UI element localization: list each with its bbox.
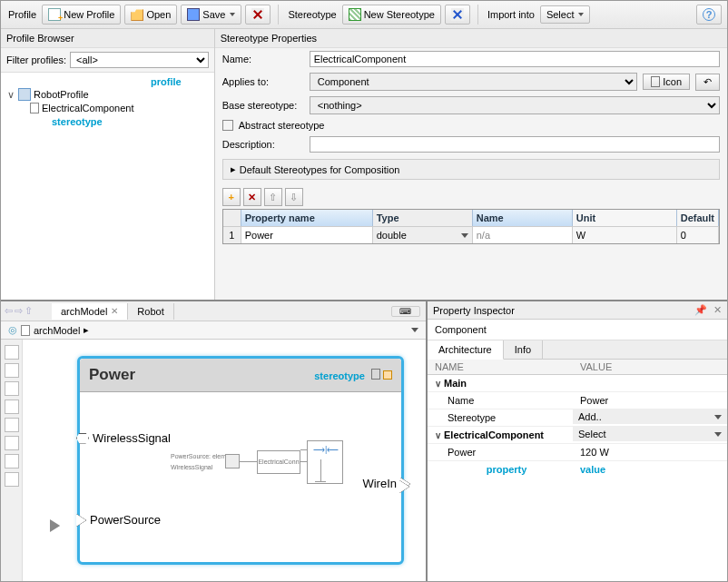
category-electricalcomponent[interactable]: ∨ElectricalComponent Select	[428, 427, 727, 444]
cell-unit[interactable]: W	[573, 226, 677, 243]
root-outport-icon[interactable]	[399, 480, 409, 493]
nav-up-icon[interactable]: ⇧	[25, 305, 33, 317]
close-icon[interactable]: ✕	[713, 304, 722, 315]
nav-back-icon[interactable]: ⇦	[5, 305, 13, 317]
component-title: Power	[89, 366, 135, 384]
caret-icon	[714, 415, 722, 419]
base-stereotype-select[interactable]: <nothing>	[310, 96, 720, 114]
stereotype-section-label: Stereotype	[286, 9, 338, 20]
nav-fwd-icon[interactable]: ⇨	[15, 305, 23, 317]
name-input[interactable]	[310, 51, 720, 67]
undo-icon: ↶	[703, 76, 712, 88]
cell-default[interactable]: 0	[677, 226, 719, 243]
inner-scope-block: ⟶|⟵	[307, 440, 343, 484]
tree-node-child[interactable]: ElectricalComponent	[6, 102, 209, 114]
model-editor: ⇦ ⇨ ⇧ archModel✕ Robot ⌨ ◎ archModel ▸	[1, 301, 428, 582]
tab-info[interactable]: Info	[504, 340, 543, 359]
inner-block: ElectricalConn	[257, 450, 300, 474]
grid-header-propname: Property name	[241, 210, 373, 226]
annotation-row: property value	[428, 461, 727, 478]
tool-adapter[interactable]	[5, 436, 19, 450]
tool-image[interactable]	[5, 472, 19, 487]
tool-connector[interactable]	[5, 418, 19, 432]
tool-component[interactable]	[5, 381, 19, 396]
abstract-label: Abstract stereotype	[239, 120, 325, 131]
port-hex-icon	[76, 433, 89, 444]
save-icon	[187, 8, 200, 21]
model-canvas[interactable]: Power stereotype WirelessSignal WireIn	[23, 340, 426, 582]
expand-icon[interactable]: ∨	[435, 430, 444, 440]
tab-architecture[interactable]: Architecture	[428, 340, 504, 360]
close-icon[interactable]: ✕	[111, 306, 118, 316]
inspector-title: Property Inspector	[433, 305, 515, 316]
open-button[interactable]: Open	[124, 5, 177, 25]
caret-icon	[578, 13, 584, 16]
breadcrumb: ◎ archModel ▸	[1, 321, 426, 340]
icon-picker-button[interactable]: Icon	[643, 74, 690, 90]
tab-robot[interactable]: Robot	[128, 303, 173, 320]
properties-title: Stereotype Properties	[215, 29, 727, 48]
properties-grid: Property name Type Name Unit Default 1 P…	[222, 209, 720, 244]
tool-port[interactable]	[5, 400, 19, 414]
delete-stereotype-button[interactable]	[445, 5, 470, 25]
cell-type[interactable]: double	[373, 226, 473, 243]
tree-node-root[interactable]: ∨ RobotProfile	[6, 87, 209, 102]
pin-icon[interactable]: 📌	[694, 304, 707, 315]
category-main[interactable]: ∨Main	[428, 375, 727, 392]
tool-variant[interactable]	[5, 454, 19, 469]
caret-icon	[714, 432, 722, 437]
tool-search[interactable]	[5, 345, 19, 360]
profile-icon	[18, 88, 31, 101]
editor-toolbox	[1, 340, 23, 582]
description-input[interactable]	[310, 136, 720, 153]
value-power[interactable]: 120 W	[573, 444, 727, 460]
triangle-right-icon: ▸	[231, 163, 236, 175]
port-tri-icon	[76, 514, 86, 527]
filter-profiles-select[interactable]: <all>	[70, 52, 209, 68]
value-name[interactable]: Power	[573, 392, 727, 409]
tab-archmodel[interactable]: archModel✕	[52, 303, 128, 320]
breadcrumb-item[interactable]: archModel	[34, 325, 80, 336]
new-profile-icon	[48, 8, 61, 21]
move-up-button[interactable]: ⇧	[264, 188, 282, 206]
import-select-button[interactable]: Select	[540, 5, 591, 24]
caret-icon[interactable]	[411, 328, 418, 332]
name-label: Name:	[222, 54, 304, 64]
delete-profile-button[interactable]	[245, 5, 271, 25]
expand-icon[interactable]: ∨	[435, 379, 444, 389]
grid-row[interactable]: 1 Power double n/a W 0	[223, 226, 719, 243]
expand-icon[interactable]: ∨	[6, 89, 15, 101]
help-button[interactable]: ?	[696, 5, 722, 25]
root-inport-icon[interactable]	[50, 519, 63, 532]
port-wirelesssignal[interactable]: WirelessSignal	[76, 431, 171, 445]
applies-to-select[interactable]: Component	[310, 73, 637, 91]
link-badge-icon	[383, 370, 392, 380]
ec-select[interactable]: Select	[573, 427, 727, 441]
port-powersource[interactable]: PowerSource	[76, 513, 161, 527]
cell-name[interactable]: n/a	[473, 226, 573, 243]
abstract-checkbox[interactable]	[222, 120, 233, 131]
reset-button[interactable]: ↶	[695, 74, 720, 91]
keyboard-icon[interactable]: ⌨	[391, 306, 420, 317]
default-stereotypes-section[interactable]: ▸ Default Stereotypes for Composition	[222, 159, 720, 180]
import-label: Import into	[486, 9, 536, 20]
grid-header-type: Type	[373, 210, 473, 226]
save-button[interactable]: Save	[181, 5, 241, 25]
profile-tree[interactable]: profile ∨ RobotProfile ElectricalCompone…	[1, 73, 214, 300]
stereotype-add-select[interactable]: Add..	[573, 409, 727, 424]
profile-browser-title: Profile Browser	[1, 29, 214, 48]
cell-propname[interactable]: Power	[241, 226, 373, 243]
component-power[interactable]: Power stereotype WirelessSignal WireIn	[77, 356, 404, 565]
new-stereotype-button[interactable]: New Stereotype	[342, 5, 441, 25]
move-down-button[interactable]: ⇩	[285, 188, 303, 206]
target-icon[interactable]: ◎	[8, 324, 17, 336]
description-label: Description:	[222, 139, 304, 150]
new-profile-button[interactable]: New Profile	[42, 5, 121, 25]
chevron-right-icon: ▸	[84, 324, 89, 336]
property-inspector: Property Inspector 📌 ✕ Component Archite…	[428, 301, 727, 582]
grid-header-num	[223, 210, 241, 226]
tool-zoom[interactable]	[5, 363, 19, 378]
add-property-button[interactable]: +	[222, 188, 241, 206]
profile-browser-panel: Profile Browser Filter profiles: <all> p…	[1, 29, 215, 300]
remove-property-button[interactable]: ✕	[243, 188, 261, 206]
